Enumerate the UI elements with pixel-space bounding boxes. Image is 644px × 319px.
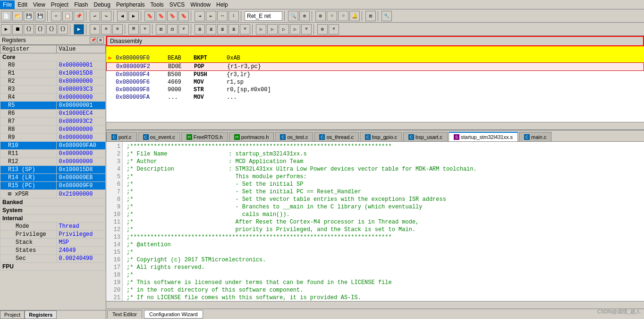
code-line: ;* This module performs:: [127, 173, 640, 181]
undo-btn[interactable]: ↩: [90, 11, 100, 21]
mem2-btn[interactable]: ▼: [140, 24, 150, 34]
trace4-btn[interactable]: ▷: [290, 24, 300, 34]
trace2-btn[interactable]: ▷: [267, 24, 278, 34]
disasm-row[interactable]: 0x080009F8 9000 STR r0,[sp,#0x00]: [106, 86, 644, 94]
pin-btn[interactable]: 📌: [90, 37, 96, 43]
menu-flash[interactable]: Flash: [71, 0, 91, 9]
editor-tab[interactable]: Cbsp_usart.c: [403, 132, 448, 141]
bookmark3-btn[interactable]: 🔖: [167, 11, 178, 21]
disp3-btn[interactable]: ▼: [178, 24, 189, 34]
text-editor-tab[interactable]: Text Editor: [107, 310, 142, 319]
menu-debug[interactable]: Debug: [91, 0, 113, 9]
bookmark4-btn[interactable]: 🔖: [178, 11, 189, 21]
alert-btn[interactable]: 🔔: [349, 11, 360, 21]
settings-btn[interactable]: ⚙: [315, 11, 326, 21]
disp1-btn[interactable]: ⊞: [156, 24, 166, 34]
disasm-row[interactable]: 0x080009F4 B508 PUSH {r3,lr}: [106, 71, 644, 78]
disasm-row[interactable]: ► 0x080009F0 BEAB BKPT 0xAB: [106, 54, 644, 62]
editor-hscroll[interactable]: [106, 301, 644, 309]
register-row: R10x100015D8: [0, 69, 106, 78]
nav-back-btn[interactable]: ◀: [117, 11, 127, 21]
mem1-btn[interactable]: M: [128, 24, 139, 34]
bookmark2-btn[interactable]: 🔖: [156, 11, 166, 21]
trace-btn[interactable]: ▷: [256, 24, 266, 34]
step2-btn[interactable]: {}: [46, 24, 57, 34]
menu-window[interactable]: Window: [187, 0, 213, 9]
menu-file[interactable]: File: [0, 0, 15, 9]
trace3-btn[interactable]: ▷: [279, 24, 289, 34]
editor-tab[interactable]: HFreeRTOS.h: [181, 132, 228, 141]
config-wizard-tab[interactable]: Configuration Wizard: [144, 310, 203, 319]
tool-btn[interactable]: 🔧: [381, 11, 392, 21]
debug1-btn[interactable]: ▶: [1, 24, 11, 34]
editor-tab[interactable]: Cport.c: [106, 132, 137, 141]
step-btn[interactable]: {}: [35, 24, 45, 34]
view2-btn[interactable]: ≡: [101, 24, 111, 34]
menu-view[interactable]: View: [30, 0, 48, 9]
step3-btn[interactable]: {}: [58, 24, 68, 34]
menu-svcs[interactable]: SVCS: [167, 0, 188, 9]
menu-peripherals[interactable]: Peripherals: [113, 0, 148, 9]
search-btn[interactable]: 🔍: [288, 11, 298, 21]
indent2-btn[interactable]: ↔: [217, 11, 228, 21]
radio2-btn[interactable]: ○: [338, 11, 348, 21]
disasm-row[interactable]: 0x080009F2 BD0E POP {r1-r3,pc}: [106, 62, 644, 71]
dbg-settings-btn[interactable]: ⚙: [317, 24, 328, 34]
menu-tools[interactable]: Tools: [148, 0, 167, 9]
dbg-view4-btn[interactable]: ≣: [229, 24, 239, 34]
disasm-row[interactable]: 0x080009FA ... MOV ...: [106, 94, 644, 101]
view3-btn[interactable]: ≡: [112, 24, 123, 34]
save-all-btn[interactable]: 💾: [35, 11, 45, 21]
new-file-btn[interactable]: 📄: [1, 11, 11, 21]
editor-tab[interactable]: Cmain.c: [519, 132, 551, 141]
save-btn[interactable]: 💾: [24, 11, 34, 21]
editor-tab[interactable]: Cos_event.c: [138, 132, 180, 141]
tab-icon: C: [524, 134, 530, 140]
copy-btn[interactable]: 📋: [62, 11, 73, 21]
tab-icon: H: [186, 134, 192, 140]
code-content[interactable]: ;***************************************…: [123, 142, 644, 301]
line-number: 21: [108, 294, 120, 301]
editor-tab[interactable]: Hportmacro.h: [229, 132, 274, 141]
run-btn[interactable]: ▶: [74, 24, 84, 34]
code-line: ;***************************************…: [127, 143, 640, 150]
radio1-btn[interactable]: ○: [327, 11, 337, 21]
project-tab[interactable]: Project: [0, 310, 25, 319]
indent-btn[interactable]: ⇥: [195, 11, 205, 21]
view1-btn[interactable]: ≡: [90, 24, 100, 34]
debug2-btn[interactable]: ⏹: [12, 24, 23, 34]
reset-btn[interactable]: {}: [24, 24, 34, 34]
menu-edit[interactable]: Edit: [15, 0, 30, 9]
outdent-btn[interactable]: ⇤: [206, 11, 216, 21]
dbg-settings2-btn[interactable]: ▼: [329, 24, 339, 34]
disp2-btn[interactable]: ⊟: [167, 24, 178, 34]
editor-tab[interactable]: Sstartup_stm32l431xx.s: [449, 132, 518, 141]
outdent2-btn[interactable]: ↕: [229, 11, 239, 21]
trace5-btn[interactable]: ▼: [301, 24, 312, 34]
cut-btn[interactable]: ✂: [51, 11, 61, 21]
code-area[interactable]: 1234567891011121314151617181920212223242…: [106, 142, 644, 301]
disassembly-content[interactable]: ► 0x080009F0 BEAB BKPT 0xAB 0x080009F2 B…: [106, 46, 644, 122]
reg-name: R11: [0, 150, 57, 158]
bookmark-btn[interactable]: 🔖: [144, 11, 155, 21]
registers-scroll[interactable]: Register Value CoreR00x00000001R10x10001…: [0, 45, 106, 310]
open-btn[interactable]: 📂: [12, 11, 23, 21]
redo-btn[interactable]: ↪: [101, 11, 111, 21]
menu-project[interactable]: Project: [48, 0, 71, 9]
editor-tab[interactable]: Cbsp_gpio.c: [360, 132, 402, 141]
menu-help[interactable]: Help: [213, 0, 231, 9]
config-btn[interactable]: ⊞: [365, 11, 376, 21]
nav-fwd-btn[interactable]: ▶: [128, 11, 139, 21]
editor-tab[interactable]: Cos_thread.c: [314, 132, 358, 141]
disasm-row[interactable]: 0x080009F6 4669 MOV r1,sp: [106, 78, 644, 86]
registers-tab[interactable]: Registers: [25, 310, 57, 319]
dbg-view2-btn[interactable]: ≣: [206, 24, 216, 34]
dbg-view5-btn[interactable]: ▼: [240, 24, 250, 34]
disasm-hscroll[interactable]: [106, 122, 644, 129]
dbg-view3-btn[interactable]: ≣: [217, 24, 228, 34]
zoom-btn[interactable]: ⊕: [299, 11, 310, 21]
paste-btn[interactable]: 📌: [74, 11, 84, 21]
dbg-view1-btn[interactable]: ≣: [195, 24, 205, 34]
close-btn[interactable]: ✕: [97, 37, 104, 43]
editor-tab[interactable]: Cos_test.c: [275, 132, 313, 141]
